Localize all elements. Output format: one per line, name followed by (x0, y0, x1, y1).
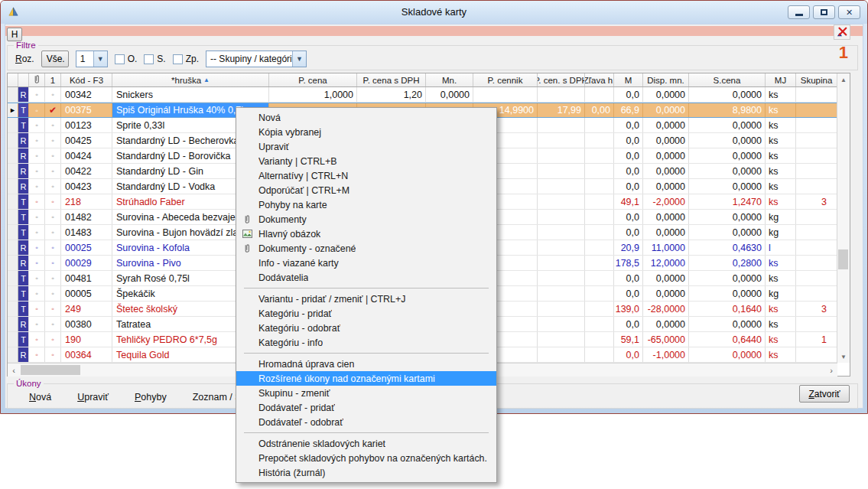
row-selector[interactable] (8, 179, 18, 194)
checkbox-s[interactable] (144, 54, 154, 64)
menu-item[interactable]: Rozšírené úkony nad označenými kartami (236, 371, 496, 386)
row-selector[interactable] (8, 240, 18, 255)
cell-disp: 11,0000 (643, 240, 689, 255)
titlebar[interactable]: Skladové karty ✕ (1, 1, 867, 24)
cell-m: 0,0 (614, 148, 643, 163)
column-header-p_cen_dph[interactable]: P. cen. s DPH (538, 73, 585, 86)
menu-item-label: Skupinu - zmeniť (258, 388, 330, 399)
menu-item[interactable]: Nová (236, 110, 496, 125)
column-header-mn[interactable]: Mn. (426, 73, 473, 86)
menu-item[interactable]: Kategóriu - pridať (236, 306, 496, 321)
menu-item[interactable]: Dodávateľ - odobrať (236, 415, 496, 429)
menu-item[interactable]: Pohyby na karte (236, 197, 496, 212)
row-selector[interactable]: ► (8, 103, 18, 117)
cell-p_cen_dph (538, 118, 585, 132)
column-header-disp[interactable]: Disp. mn. (643, 73, 689, 86)
column-header-code[interactable]: Kód - F3 (61, 73, 112, 86)
table-row[interactable]: R◦◦00342Snickers1,00001,200,00000,00,000… (8, 87, 837, 103)
close-button[interactable]: ✕ (838, 5, 860, 19)
column-header-p_cena[interactable]: P. cena (269, 73, 357, 86)
exit-filter-icon[interactable] (834, 24, 850, 40)
horizontal-scrollbar-thumb[interactable] (21, 365, 80, 375)
menu-item[interactable]: Alternatívy | CTRL+N (236, 168, 496, 183)
menu-item[interactable]: Odporúčať | CTRL+M (236, 183, 496, 197)
column-header-mj[interactable]: MJ (766, 73, 796, 86)
column-header-s_cena[interactable]: S.cena (689, 73, 766, 86)
row-selector[interactable] (8, 225, 18, 240)
row-selector[interactable] (8, 148, 18, 163)
menu-item[interactable]: Kategóriu - odobrať (236, 321, 496, 335)
cell-skupina (796, 271, 837, 285)
action-nova[interactable]: Nová (29, 392, 51, 403)
minimize-button[interactable] (788, 5, 810, 19)
column-header-sel[interactable] (8, 73, 18, 86)
row-selector[interactable] (8, 302, 18, 316)
row-selector[interactable] (8, 347, 18, 362)
menu-item[interactable]: Hlavný obázok (236, 227, 496, 241)
column-header-skupina[interactable]: Skupina (796, 73, 837, 86)
paperclip-icon (33, 74, 41, 86)
cell-zlava (585, 286, 614, 301)
maximize-button[interactable] (813, 5, 835, 19)
column-header-zlava[interactable]: Zľava h. (585, 73, 614, 86)
chevron-down-icon[interactable]: ▼ (93, 51, 107, 67)
menu-item[interactable]: Dokumenty - označené (236, 241, 496, 256)
menu-item[interactable]: Dokumenty (236, 212, 496, 227)
zatvorit-button[interactable]: Zatvoriť (799, 385, 850, 403)
row-selector[interactable] (8, 317, 18, 331)
row-selector[interactable] (8, 164, 18, 178)
group-combobox[interactable]: -- Skupiny / kategórie -- ▼ (206, 51, 307, 67)
menu-item[interactable]: Varianty | CTRL+B (236, 154, 496, 168)
row-selector[interactable] (8, 271, 18, 285)
menu-item[interactable]: Skupinu - zmeniť (236, 386, 496, 400)
action-pohyby[interactable]: Pohyby (135, 392, 167, 403)
column-header-clip[interactable] (29, 73, 45, 86)
row-selector[interactable] (8, 118, 18, 132)
row-selector[interactable] (8, 286, 18, 301)
column-header-p_cennik[interactable]: P. cennik (473, 73, 538, 86)
cell-skupina (796, 179, 837, 194)
vse-button[interactable]: Vše. (41, 51, 69, 67)
cell-skupina (796, 240, 837, 255)
menu-item[interactable]: Odstránenie skladových kariet (236, 436, 496, 451)
column-header-badge[interactable] (18, 73, 29, 86)
column-header-m[interactable]: M (614, 73, 643, 86)
screen: Skladové karty ✕ H Filtre Roz. Vše. (0, 0, 868, 489)
checkbox-o[interactable] (115, 54, 125, 64)
menu-item[interactable]: Hromadná úprava cien (236, 357, 496, 371)
column-header-name[interactable]: *hruška▲ (112, 73, 269, 86)
menu-item[interactable]: História (žurnál) (236, 465, 496, 480)
row-selector[interactable] (8, 133, 18, 148)
menu-item[interactable]: Prepočet skladových pohybov na označenýc… (236, 451, 496, 465)
column-header-label: Zľava h. (585, 76, 614, 85)
mark-dot: ◦ (45, 133, 61, 148)
menu-item[interactable]: Kategóriu - info (236, 335, 496, 350)
menu-item[interactable]: Upraviť (236, 139, 496, 154)
row-type-badge: T (18, 210, 29, 224)
row-selector[interactable] (8, 332, 18, 347)
cell-disp: 0,0000 (643, 225, 689, 240)
row-selector[interactable] (8, 87, 18, 102)
column-header-one[interactable]: 1 (45, 73, 61, 86)
cell-p_cen_dph (538, 271, 585, 285)
scroll-down-icon[interactable]: ▼ (837, 350, 850, 363)
menu-item[interactable]: Info - viazané karty (236, 256, 496, 270)
chevron-down-icon[interactable]: ▼ (292, 51, 306, 67)
h-button[interactable]: H (7, 28, 22, 41)
vertical-scrollbar[interactable]: ▲ ▼ (837, 73, 850, 363)
column-header-p_cena_dph[interactable]: P. cena s DPH (357, 73, 426, 86)
menu-item[interactable]: Dodávateľ - pridať (236, 400, 496, 415)
scroll-left-icon[interactable]: ‹ (8, 363, 20, 377)
menu-item[interactable]: Dodávatelia (236, 270, 496, 285)
menu-item[interactable]: Variantu - pridať / zmeniť | CTRL+J (236, 292, 496, 306)
vertical-scrollbar-thumb[interactable] (838, 249, 848, 269)
scroll-right-icon[interactable]: › (825, 363, 837, 377)
menu-item[interactable]: Kópia vybranej (236, 125, 496, 139)
number-combobox[interactable]: 1 ▼ (76, 51, 108, 67)
scroll-up-icon[interactable]: ▲ (837, 73, 850, 86)
action-upravit[interactable]: Upraviť (77, 392, 109, 403)
row-selector[interactable] (8, 210, 18, 224)
row-selector[interactable] (8, 194, 18, 209)
checkbox-zp[interactable] (173, 54, 183, 64)
row-selector[interactable] (8, 256, 18, 270)
